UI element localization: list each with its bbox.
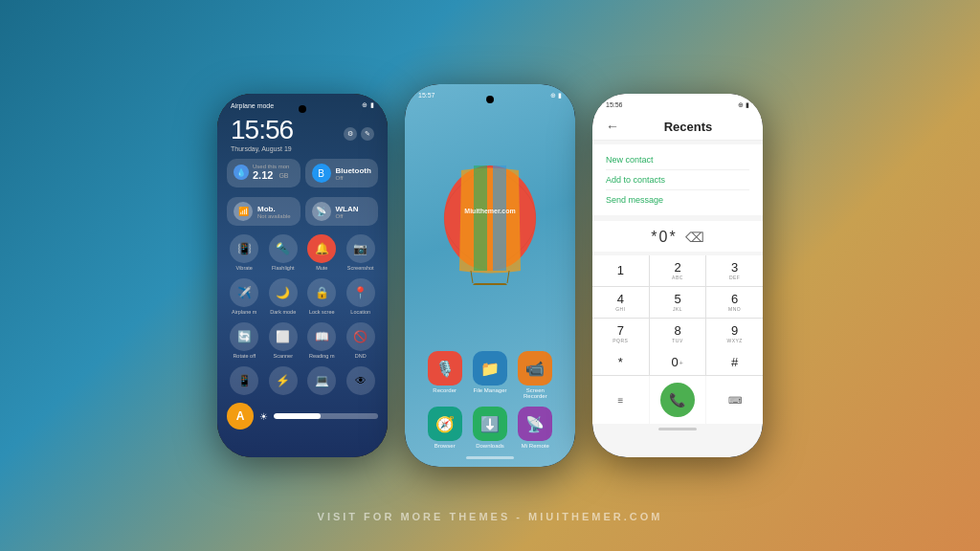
filemanager-icon: 📁 <box>473 351 507 386</box>
keyboard-btn[interactable]: ⌨ <box>706 376 763 424</box>
edit-icon[interactable]: ✎ <box>361 127 374 141</box>
avatar-letter: A <box>236 409 245 423</box>
screenrecorder-icon: 📹 <box>518 351 552 386</box>
downloads-app[interactable]: ⬇️ Downloads <box>469 407 510 449</box>
dnd-label: DND <box>355 353 367 359</box>
dial-key-1[interactable]: 1 <box>592 255 649 286</box>
phone-right: 15:56 ⊕ ▮ ← Recents New contact Add to c… <box>592 94 763 457</box>
scanner-btn[interactable]: ⬜ Scanner <box>266 322 301 359</box>
mute-btn[interactable]: 🔔 Mute <box>304 234 340 271</box>
backspace-btn[interactable]: ⌫ <box>685 230 704 245</box>
miremote-app[interactable]: 📡 Mi Remote <box>515 407 556 449</box>
ctrl4-btn3[interactable]: 💻 <box>304 366 340 395</box>
rotate-btn[interactable]: 🔄 Rotate off <box>227 322 262 359</box>
control-grid-3: 🔄 Rotate off ⬜ Scanner 📖 Reading m 🚫 DND <box>217 319 388 363</box>
data-icon: 💧 <box>234 165 249 180</box>
data-value: 2.12 <box>253 169 273 181</box>
dialer-grid: 1 2 ABC 3 DEF 4 GHI 5 JKL <box>592 255 763 349</box>
right-screen: 15:56 ⊕ ▮ ← Recents New contact Add to c… <box>592 94 763 457</box>
left-time: 15:56 <box>231 115 293 145</box>
dial-key-2[interactable]: 2 ABC <box>650 255 706 286</box>
camera-hole-center <box>486 96 494 103</box>
vibrate-btn[interactable]: 📳 Vibrate <box>227 234 262 271</box>
dialer-display: *0* ⌫ <box>592 221 763 252</box>
mobile-status: Not available <box>257 213 291 219</box>
location-btn[interactable]: 📍 Location <box>344 278 379 315</box>
brightness-fill <box>274 413 321 419</box>
dial-key-6[interactable]: 6 MNO <box>706 287 763 318</box>
lockscreen-icon: 🔒 <box>307 278 336 307</box>
flashlight-icon: 🔦 <box>269 234 298 263</box>
airplane-btn[interactable]: ✈️ Airplane m <box>227 278 262 315</box>
dialer-bottom-actions: ≡ 📞 ⌨ <box>592 375 763 424</box>
browser-icon: 🧭 <box>428 407 462 441</box>
ctrl4-btn2[interactable]: ⚡ <box>266 366 301 395</box>
svg-line-1 <box>471 271 473 283</box>
contact-options: New contact Add to contacts Send message <box>592 144 763 215</box>
screenshot-label: Screenshot <box>347 265 374 271</box>
left-time-row: 15:56 Thursday, August 19 ⚙ ✎ <box>217 111 388 154</box>
dnd-btn[interactable]: 🚫 DND <box>344 322 379 359</box>
dial-key-9[interactable]: 9 WXYZ <box>706 319 763 349</box>
reading-label: Reading m <box>309 353 335 359</box>
balloon-svg: Miuithemer.com <box>433 161 547 285</box>
mute-label: Mute <box>316 265 327 271</box>
scanner-icon: ⬜ <box>269 322 298 351</box>
recorder-label: Recorder <box>433 387 457 393</box>
dial-star-key[interactable]: * <box>592 349 649 375</box>
bluetooth-name: Bluetooth <box>336 166 371 175</box>
dial-zero-key[interactable]: 0 + <box>650 349 706 375</box>
brightness-bar[interactable] <box>274 413 378 419</box>
filemanager-app[interactable]: 📁 File Manager <box>469 351 510 399</box>
wlan-text: WLAN Off <box>336 205 359 219</box>
camera-hole-left <box>299 105 306 113</box>
wlan-tile[interactable]: 📡 WLAN Off <box>305 197 379 226</box>
send-message-btn[interactable]: Send message <box>606 190 749 209</box>
browser-label: Browser <box>434 443 456 449</box>
downloads-label: Downloads <box>476 443 504 449</box>
flashlight-btn[interactable]: 🔦 Flashlight <box>266 234 301 271</box>
dial-key-5[interactable]: 5 JKL <box>650 287 706 318</box>
dnd-icon: 🚫 <box>346 322 375 351</box>
screenrecorder-app[interactable]: 📹 Screen Recorder <box>515 351 556 399</box>
right-status-icons: ⊕ ▮ <box>738 101 749 109</box>
reading-btn[interactable]: 📖 Reading m <box>304 322 340 359</box>
call-button[interactable]: 📞 <box>660 383 695 417</box>
ctrl4-icon4: 👁 <box>346 366 375 395</box>
filemanager-label: File Manager <box>473 387 506 393</box>
lockscreen-btn[interactable]: 🔒 Lock scree <box>304 278 340 315</box>
scanner-label: Scanner <box>274 353 294 359</box>
mobile-text: Mob. Not available <box>257 205 291 219</box>
new-contact-btn[interactable]: New contact <box>606 150 749 170</box>
darkmode-btn[interactable]: 🌙 Dark mode <box>266 278 301 315</box>
rotate-label: Rotate off <box>233 353 256 359</box>
dial-hash-key[interactable]: # <box>706 349 763 375</box>
screenrecorder-label: Screen Recorder <box>515 387 556 399</box>
call-btn-container[interactable]: 📞 <box>650 376 706 424</box>
airplane-mode-label: Airplane mode <box>231 102 274 109</box>
center-screen: 15:57 ⊕ ▮ <box>405 84 575 467</box>
ctrl4-btn4[interactable]: 👁 <box>344 366 379 395</box>
recorder-app[interactable]: 🎙️ Recorder <box>424 351 465 399</box>
ctrl4-btn1[interactable]: 📱 <box>227 366 262 395</box>
dial-key-7[interactable]: 7 PQRS <box>592 319 649 349</box>
screenshot-btn[interactable]: 📷 Screenshot <box>344 234 379 271</box>
dial-key-8[interactable]: 8 TUV <box>650 319 706 349</box>
brightness-icon: ☀ <box>259 411 268 422</box>
mobile-tile[interactable]: 📶 Mob. Not available <box>227 197 301 226</box>
watermark: VISIT FOR MORE THEMES - MIUITHEMER.COM <box>318 511 663 522</box>
dial-key-4[interactable]: 4 GHI <box>592 287 649 318</box>
avatar: A <box>227 403 254 430</box>
left-screen: Airplane mode ⊕ ▮ 15:56 Thursday, August… <box>217 94 388 457</box>
browser-app[interactable]: 🧭 Browser <box>424 407 465 449</box>
data-usage-tile[interactable]: 💧 Used this mon 2.12 GB <box>227 159 301 187</box>
back-button[interactable]: ← <box>606 119 619 134</box>
ctrl4-icon3: 💻 <box>307 366 336 395</box>
add-to-contacts-btn[interactable]: Add to contacts <box>606 170 749 190</box>
bluetooth-tile[interactable]: B Bluetooth Off <box>305 159 379 187</box>
settings-icon[interactable]: ⚙ <box>344 127 357 141</box>
menu-btn[interactable]: ≡ <box>592 376 649 424</box>
screenshot-icon: 📷 <box>346 234 375 263</box>
svg-text:Miuithemer.com: Miuithemer.com <box>464 208 515 214</box>
dial-key-3[interactable]: 3 DEF <box>706 255 763 286</box>
